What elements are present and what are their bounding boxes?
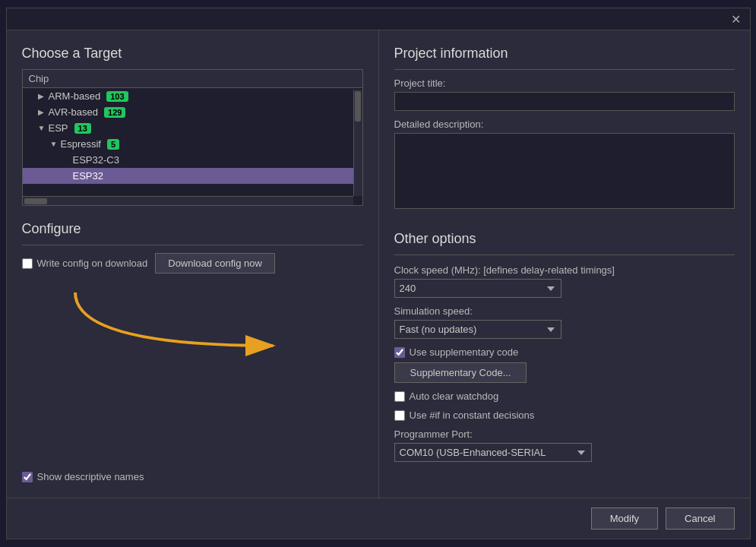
use-if-text: Use #if in constant decisions xyxy=(410,409,535,421)
tree-scrollbar-horizontal[interactable] xyxy=(23,196,353,205)
project-description-input[interactable] xyxy=(394,133,735,209)
programmer-port-row: Programmer Port: COM10 (USB-Enhanced-SER… xyxy=(394,428,735,462)
sim-speed-label: Simulation speed: xyxy=(394,305,735,317)
programmer-port-dropdown[interactable]: COM10 (USB-Enhanced-SERIAL xyxy=(394,443,592,462)
tree-item-avr[interactable]: ▶ AVR-based 129 xyxy=(23,104,362,120)
tree-item-espressif[interactable]: ▼ Espressif 5 xyxy=(23,136,362,152)
arrow-svg xyxy=(68,285,296,376)
tree-arrow-arm: ▶ xyxy=(38,92,46,100)
write-config-row: Write config on download Download config… xyxy=(22,253,363,274)
auto-clear-checkbox[interactable] xyxy=(394,391,405,402)
tree-label-avr: AVR-based xyxy=(49,106,99,118)
other-options-title: Other options xyxy=(394,231,735,247)
project-description-label: Detailed description: xyxy=(394,119,735,130)
write-config-checkbox[interactable] xyxy=(22,258,33,269)
download-config-button[interactable]: Download config now xyxy=(155,253,275,274)
tree-badge-avr: 129 xyxy=(104,107,125,118)
modify-button[interactable]: Modify xyxy=(591,507,658,530)
arrow-graphic xyxy=(68,285,296,378)
programmer-port-label: Programmer Port: xyxy=(394,428,735,440)
cancel-button[interactable]: Cancel xyxy=(666,507,734,530)
tree-scrollbar-thumb-v xyxy=(355,91,361,122)
tree-label-esp32: ESP32 xyxy=(73,170,103,182)
project-description-row: Detailed description: xyxy=(394,119,735,211)
tree-scrollbar-thumb-h xyxy=(24,198,47,204)
clock-speed-row: Clock speed (MHz): [defines delay-relate… xyxy=(394,264,735,298)
supplementary-code-row: Use supplementary code Supplementary Cod… xyxy=(394,346,735,383)
tree-badge-arm: 103 xyxy=(106,91,128,102)
write-config-text: Write config on download xyxy=(37,258,148,269)
right-panel: Project information Project title: Detai… xyxy=(379,30,750,498)
content-area: Choose a Target Chip ▶ ARM-based 103 ▶ xyxy=(7,30,750,498)
tree-header: Chip xyxy=(23,70,362,88)
tree-item-arm[interactable]: ▶ ARM-based 103 xyxy=(23,88,362,104)
tree-body: ▶ ARM-based 103 ▶ AVR-based 129 ▼ xyxy=(23,88,362,184)
tree-label-esp32c3: ESP32-C3 xyxy=(73,154,119,166)
write-config-label[interactable]: Write config on download xyxy=(22,258,148,269)
tree-scrollbar-vertical[interactable] xyxy=(353,90,362,196)
tree-item-esp32c3[interactable]: ESP32-C3 xyxy=(23,152,362,168)
project-info-section: Project information Project title: Detai… xyxy=(394,46,735,219)
tree-arrow-avr: ▶ xyxy=(38,108,46,116)
show-names-label[interactable]: Show descriptive names xyxy=(22,471,144,482)
project-title-label: Project title: xyxy=(394,77,735,89)
tree-label-espressif: Espressif xyxy=(61,138,101,150)
choose-target-section: Choose a Target Chip ▶ ARM-based 103 ▶ xyxy=(22,46,363,206)
tree-label-esp: ESP xyxy=(49,122,68,134)
configure-title: Configure xyxy=(22,221,363,237)
main-dialog: ✕ Choose a Target Chip ▶ ARM-based 103 xyxy=(6,8,751,539)
show-names-text: Show descriptive names xyxy=(37,471,144,482)
project-title-input[interactable] xyxy=(394,92,735,111)
supplementary-code-button[interactable]: Supplementary Code... xyxy=(394,362,527,383)
show-names-row: Show descriptive names xyxy=(22,471,363,482)
sim-speed-dropdown[interactable]: Fast (no updates) Normal Slow xyxy=(394,320,561,339)
chip-tree[interactable]: Chip ▶ ARM-based 103 ▶ AVR-based 129 xyxy=(22,69,363,206)
use-if-row: Use #if in constant decisions xyxy=(394,409,735,421)
clock-speed-label: Clock speed (MHz): [defines delay-relate… xyxy=(394,264,735,276)
other-options-section: Other options Clock speed (MHz): [define… xyxy=(394,231,735,482)
tree-badge-espressif: 5 xyxy=(107,139,119,150)
auto-clear-label[interactable]: Auto clear watchdog xyxy=(394,390,735,402)
project-title-row: Project title: xyxy=(394,77,735,111)
show-names-checkbox[interactable] xyxy=(22,472,33,482)
auto-clear-row: Auto clear watchdog xyxy=(394,390,735,402)
use-if-label[interactable]: Use #if in constant decisions xyxy=(394,409,735,421)
supplementary-code-checkbox[interactable] xyxy=(394,347,405,358)
close-button[interactable]: ✕ xyxy=(729,11,744,27)
title-bar: ✕ xyxy=(7,8,750,30)
supplementary-code-text: Use supplementary code xyxy=(410,346,519,358)
choose-target-title: Choose a Target xyxy=(22,46,363,62)
project-info-title: Project information xyxy=(394,46,735,62)
left-panel: Choose a Target Chip ▶ ARM-based 103 ▶ xyxy=(7,30,379,498)
clock-speed-dropdown[interactable]: 240 160 80 xyxy=(394,279,561,298)
left-bottom-area: Show descriptive names xyxy=(22,330,363,482)
tree-badge-esp: 13 xyxy=(74,123,91,134)
tree-label-arm: ARM-based xyxy=(49,90,101,102)
sim-speed-row: Simulation speed: Fast (no updates) Norm… xyxy=(394,305,735,339)
tree-item-esp[interactable]: ▼ ESP 13 xyxy=(23,120,362,136)
footer: Modify Cancel xyxy=(7,498,750,539)
use-if-checkbox[interactable] xyxy=(394,410,405,421)
auto-clear-text: Auto clear watchdog xyxy=(410,390,499,402)
tree-arrow-esp: ▼ xyxy=(38,124,46,132)
supplementary-code-label[interactable]: Use supplementary code xyxy=(394,346,735,358)
tree-arrow-espressif: ▼ xyxy=(50,140,58,148)
tree-item-esp32[interactable]: ESP32 xyxy=(23,168,362,184)
